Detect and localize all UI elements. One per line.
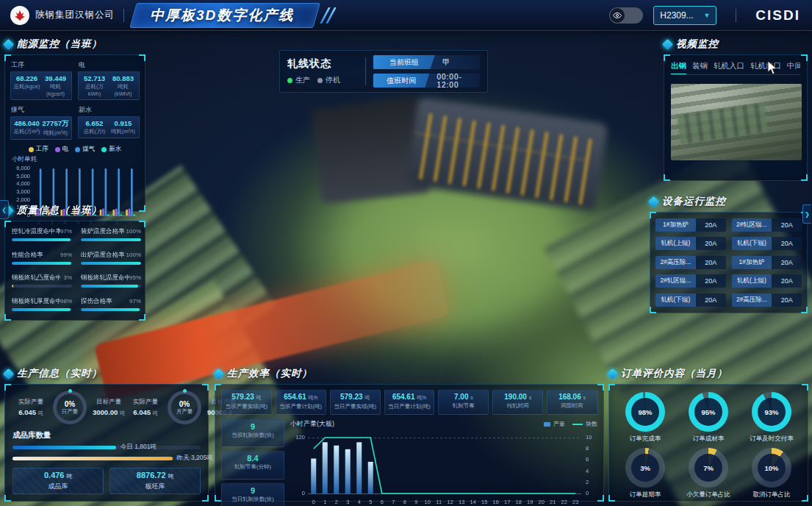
quality-info-panel: 质量信息（当班） 控轧冷温度命中率 97% 装炉温度合格率 100% 性能合格率… — [4, 203, 145, 321]
equipment-name: 轧机(上辊) — [732, 274, 772, 288]
eye-icon — [610, 8, 625, 23]
order-donut-ring: 10% — [752, 448, 791, 488]
device-selector-dropdown[interactable]: H2309... ▼ — [653, 6, 716, 25]
quality-metric: 出炉温度合格率 100% — [81, 251, 141, 268]
quality-progress-track — [81, 262, 141, 265]
efficiency-metric-card: 654.61 吨/h 当日产量计划(吨) — [384, 390, 435, 415]
quality-metric: 钢板终轧凸度命中率 3% — [12, 274, 72, 291]
quality-metric: 探伤合格率 97% — [81, 297, 141, 315]
energy-value-label: 总耗(万m³) — [12, 128, 41, 135]
corner-decoration — [202, 384, 209, 391]
state-dot — [317, 78, 323, 83]
efficiency-label: 当班产量计划(吨) — [276, 403, 326, 410]
energy-value: 6.652 — [80, 119, 109, 127]
line-status-badge[interactable]: 当前班组 甲 — [373, 55, 480, 69]
corner-decoration — [802, 495, 808, 502]
line-status-divider — [365, 57, 366, 85]
video-monitor-panel: 视频监控 出钢 装钢 轧机入口 轧机出口 中间冷 电动热... — [664, 37, 808, 181]
energy-section: 煤气 486.040 总耗(万m³) 27757万 吨耗(m³/t) — [10, 104, 72, 140]
state-label: 生产 — [295, 75, 310, 85]
energy-section: 工序 68.226 总耗(kgce) 39.449 吨耗(kgce/t) — [10, 60, 72, 100]
order-gauge-label: 订单及时交付率 — [750, 435, 794, 443]
cisdi-logo: CISDI — [755, 7, 800, 24]
order-gauge: 7% 小欠量订单占比 — [678, 448, 739, 499]
energy-value-label: 吨耗(kWh/t) — [109, 83, 137, 97]
corner-decoration — [597, 384, 604, 391]
order-donut-value: 7% — [694, 454, 722, 482]
orders-panel-title: 订单评价内容（当月） — [621, 367, 727, 380]
energy-section-card: 486.040 总耗(万m³) 27757万 吨耗(m³/t) — [10, 116, 72, 140]
equipment-current-value: 20A — [696, 256, 726, 269]
equipment-reading: 2#高压除... 20A — [732, 293, 802, 307]
bar-legend-swatch — [544, 422, 550, 427]
legend-item: 煤气 — [75, 145, 95, 154]
quality-progress-fill — [12, 262, 71, 265]
order-gauge-label: 取消订单占比 — [753, 491, 791, 499]
production-info-panel: 生产信息（实时） 实际产量 6.045 吨 0% 日产量 目标产量 3000.0… — [4, 366, 209, 502]
energy-section-name: 电 — [79, 60, 140, 70]
video-camera-tab[interactable]: 装钢 — [692, 61, 708, 71]
equipment-monitor-panel: 设备运行监控 1#加热炉 20A 2#轧区辊... 20A 轧机(上辊) 20A… — [650, 194, 808, 313]
cctv-video-feed[interactable] — [671, 84, 802, 160]
energy-value: 68.226 — [12, 74, 41, 82]
stock-bar-label: 昨天 3,205吨 — [177, 454, 213, 463]
line-status-title: 轧线状态 — [287, 57, 358, 71]
right-panel-collapse-handle[interactable]: ❯ — [802, 204, 811, 224]
quality-metric-value: 97% — [60, 228, 72, 235]
corner-decoration — [801, 307, 808, 313]
legend-label: 新水 — [109, 145, 121, 154]
video-camera-tab[interactable]: 中间冷 — [787, 61, 800, 71]
page-title: 中厚板3D数字化产线 — [150, 6, 294, 25]
efficiency-metric-card: 579.23 吨 当班产量实绩(吨) — [221, 390, 272, 415]
equipment-reading: 轧机(上辊) 20A — [655, 237, 726, 250]
efficiency-value: 654.61 吨/h — [385, 393, 434, 402]
legend-item: 工序 — [29, 145, 48, 154]
output-progress-ring: 0% 月产量 — [168, 391, 201, 424]
equipment-name: 1#加热炉 — [732, 256, 772, 269]
panel-diamond-icon — [3, 38, 15, 50]
order-gauge-label: 小欠量订单占比 — [686, 491, 730, 499]
video-camera-tab[interactable]: 轧机入口 — [714, 61, 744, 71]
corner-decoration — [801, 174, 808, 181]
quality-progress-fill — [81, 238, 141, 241]
legend-dot — [75, 147, 80, 152]
efficiency-value: 654.61 吨/h — [276, 393, 326, 402]
order-donut-value: 95% — [694, 398, 722, 426]
efficiency-side-card: 9 当日轧制块数(块) — [221, 483, 284, 506]
legend-dot — [101, 147, 107, 152]
panel-diamond-icon — [607, 368, 619, 380]
side-card-label: 轧制节奏(分钟) — [222, 463, 284, 471]
energy-value-label: 总耗(万t) — [80, 128, 109, 135]
video-camera-tab[interactable]: 轧机出口 — [750, 61, 781, 71]
video-camera-tab[interactable]: 出钢 — [671, 61, 686, 71]
order-gauge: 98% 订单完成率 — [615, 392, 675, 443]
equipment-reading: 轧机(上辊) 20A — [732, 274, 802, 288]
line-status-badge[interactable]: 值班时间 00:00-12:00 — [373, 74, 480, 88]
efficiency-label: 当班产量实绩(吨) — [222, 403, 271, 410]
left-panel-collapse-handle[interactable]: ❮ — [0, 200, 9, 219]
top-bar: 陕钢集团汉钢公司 中厚板3D数字化产线 H2309... ▼ CISDI — [0, 0, 812, 31]
order-donut-ring: 95% — [689, 392, 728, 432]
output-progress-ring: 0% 日产量 — [53, 391, 87, 424]
quality-progress-track — [81, 285, 141, 288]
legend-dot — [29, 147, 34, 152]
side-card-label: 当班轧制块数(块) — [222, 432, 284, 439]
quality-progress-fill — [81, 262, 141, 265]
efficiency-label: 纯轧时间 — [493, 402, 542, 410]
equipment-current-value: 20A — [772, 237, 802, 250]
legend-label: 煤气 — [82, 145, 95, 154]
order-gauge: 10% 取消订单占比 — [741, 448, 802, 499]
energy-value-label: 总耗(万kWh) — [80, 83, 109, 97]
order-gauge: 93% 订单及时交付率 — [741, 392, 802, 443]
equipment-reading: 1#加热炉 20A — [655, 218, 726, 232]
order-donut-value: 3% — [631, 454, 659, 482]
actual-output-label: 实际产量 — [127, 398, 164, 407]
corner-decoration — [664, 174, 670, 181]
panel-diamond-icon — [3, 368, 15, 380]
hourly-output-chart — [290, 429, 597, 506]
quality-progress-track — [81, 238, 141, 241]
visibility-toggle[interactable] — [609, 7, 643, 24]
actual-output-value: 6.045 吨 — [12, 408, 49, 417]
corner-decoration — [664, 54, 670, 61]
equipment-name: 2#高压除... — [732, 293, 772, 307]
